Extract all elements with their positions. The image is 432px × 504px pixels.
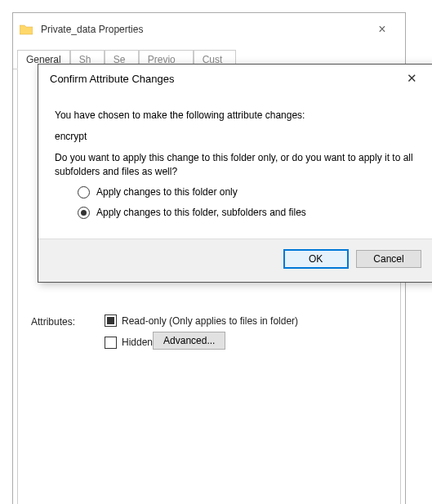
radio-folder-subfolders[interactable] [78, 207, 90, 219]
dialog-ok-button[interactable]: OK [283, 249, 349, 269]
dialog-line2: Do you want to apply this change to this… [55, 151, 418, 177]
dialog-cancel-button[interactable]: Cancel [356, 250, 421, 268]
dialog-change: encrypt [55, 130, 418, 143]
confirm-dialog: Confirm Attribute Changes ✕ You have cho… [38, 64, 432, 283]
radio-folder-only-label: Apply changes to this folder only [96, 186, 238, 198]
dialog-line1: You have chosen to make the following at… [55, 109, 418, 122]
dialog-title: Confirm Attribute Changes [50, 73, 397, 85]
dialog-button-bar: OK Cancel [38, 239, 432, 282]
properties-window: Private_data Properties × General Sh Se … [12, 12, 406, 504]
readonly-label: Read-only (Only applies to files in fold… [122, 315, 298, 327]
hidden-checkbox[interactable] [105, 337, 117, 349]
titlebar: Private_data Properties × [13, 13, 405, 46]
dialog-close-icon[interactable]: ✕ [397, 71, 426, 86]
readonly-checkbox[interactable] [105, 314, 117, 327]
hidden-label: Hidden [122, 337, 153, 348]
attributes-label: Attributes: [31, 314, 105, 328]
window-title: Private_data Properties [41, 24, 366, 35]
radio-folder-only[interactable] [78, 186, 90, 198]
folder-icon [20, 24, 33, 35]
dialog-titlebar: Confirm Attribute Changes ✕ [38, 65, 432, 92]
radio-folder-subfolders-label: Apply changes to this folder, subfolders… [96, 207, 306, 218]
advanced-button[interactable]: Advanced... [153, 332, 225, 350]
close-icon[interactable]: × [366, 22, 399, 37]
